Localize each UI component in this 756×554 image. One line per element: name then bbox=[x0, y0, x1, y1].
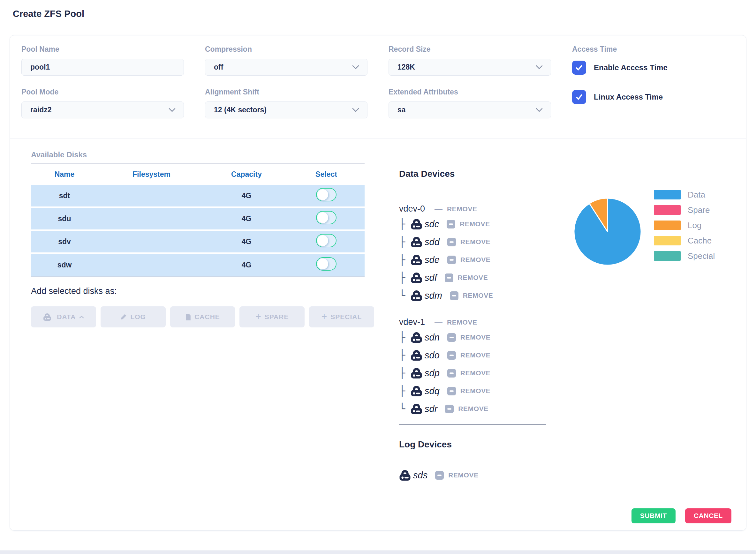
device-row: ├ sdd REMOVE bbox=[399, 234, 559, 250]
chevron-down-icon bbox=[536, 65, 543, 69]
form-col-2: Compression off Alignment Shift 12 (4K s… bbox=[205, 45, 368, 118]
add-as-cache-button[interactable]: CACHE bbox=[170, 307, 235, 327]
chevron-down-icon bbox=[352, 65, 359, 69]
minus-icon bbox=[445, 274, 453, 282]
devices-and-chart: Data Devices vdev-0—REMOVE├ sdc REMOVE├ … bbox=[399, 150, 733, 483]
add-as-spare-button[interactable]: + SPARE bbox=[239, 307, 305, 327]
pool-mode-value: raidz2 bbox=[30, 106, 169, 114]
disk-select-cell bbox=[288, 231, 365, 254]
linux-access-time-checkbox[interactable] bbox=[572, 90, 586, 104]
submit-button[interactable]: SUBMIT bbox=[632, 508, 676, 523]
remove-label: REMOVE bbox=[461, 351, 491, 359]
minus-icon bbox=[450, 291, 458, 300]
alignment-shift-group: Alignment Shift 12 (4K sectors) bbox=[205, 88, 368, 118]
pool-mode-select[interactable]: raidz2 bbox=[21, 102, 184, 118]
device-name: sdd bbox=[425, 237, 440, 247]
available-disks-section: Available Disks Name Filesystem Capacity… bbox=[31, 150, 374, 483]
remove-button[interactable]: REMOVE bbox=[447, 256, 491, 264]
remove-button[interactable]: REMOVE bbox=[447, 387, 491, 395]
minus-icon bbox=[447, 256, 456, 264]
disk-filesystem-cell bbox=[98, 254, 205, 277]
remove-label: REMOVE bbox=[458, 405, 488, 412]
tree-connector: ├ bbox=[399, 273, 411, 283]
linux-access-time-row: Linux Access Time bbox=[572, 90, 735, 104]
chevron-down-icon bbox=[536, 108, 543, 112]
enable-access-time-checkbox[interactable] bbox=[572, 61, 586, 75]
device-row: ├ sdn REMOVE bbox=[399, 330, 559, 345]
caret-up-icon bbox=[79, 316, 84, 319]
file-icon bbox=[185, 313, 191, 321]
add-as-data-button[interactable]: DATA bbox=[31, 307, 96, 327]
remove-button[interactable]: REMOVE bbox=[450, 291, 493, 300]
vdev-group: vdev-0—REMOVE├ sdc REMOVE├ sdd REMOVE├ s… bbox=[399, 204, 559, 303]
device-row: └ sdr REMOVE bbox=[399, 401, 559, 417]
record-size-value: 128K bbox=[397, 63, 536, 71]
legend-swatch bbox=[654, 236, 681, 245]
remove-button[interactable]: REMOVE bbox=[445, 274, 488, 282]
drive-icon bbox=[43, 313, 51, 321]
table-row: sdv4G bbox=[31, 231, 365, 254]
remove-button[interactable]: REMOVE bbox=[447, 369, 491, 378]
pool-options-form: Pool Name Pool Mode raidz2 Compression o… bbox=[10, 36, 746, 118]
remove-button[interactable]: REMOVE bbox=[447, 351, 491, 359]
compression-group: Compression off bbox=[205, 45, 368, 76]
table-row: sdu4G bbox=[31, 208, 365, 231]
disk-select-cell bbox=[288, 208, 365, 231]
remove-button[interactable]: REMOVE bbox=[447, 220, 490, 228]
device-pie-chart bbox=[564, 188, 651, 275]
chevron-down-icon bbox=[169, 108, 176, 112]
page-title: Create ZFS Pool bbox=[13, 9, 84, 19]
add-as-special-button[interactable]: + SPECIAL bbox=[309, 307, 374, 327]
available-disks-body: sdt4Gsdu4Gsdv4Gsdw4G bbox=[31, 185, 365, 277]
disk-capacity-cell: 4G bbox=[205, 254, 288, 277]
remove-button[interactable]: REMOVE bbox=[435, 471, 479, 480]
plus-icon: + bbox=[322, 312, 328, 321]
alignment-shift-label: Alignment Shift bbox=[205, 88, 368, 96]
remove-button[interactable]: REMOVE bbox=[447, 238, 491, 246]
device-name: sdm bbox=[425, 290, 442, 301]
disk-name-cell: sdu bbox=[31, 208, 98, 231]
pool-name-label: Pool Name bbox=[21, 45, 184, 54]
tree-connector: ├ bbox=[399, 237, 411, 247]
tree-connector: ├ bbox=[399, 350, 411, 360]
remove-label: REMOVE bbox=[461, 387, 491, 395]
toggle-knob bbox=[317, 212, 328, 223]
disk-select-toggle[interactable] bbox=[316, 234, 336, 247]
legend-swatch bbox=[654, 190, 681, 200]
minus-icon bbox=[447, 238, 456, 246]
add-as-log-button[interactable]: LOG bbox=[101, 307, 166, 327]
drive-icon bbox=[411, 386, 422, 397]
alignment-shift-select[interactable]: 12 (4K sectors) bbox=[205, 102, 368, 118]
extended-attributes-group: Extended Attributes sa bbox=[388, 88, 551, 118]
alignment-shift-value: 12 (4K sectors) bbox=[214, 106, 352, 114]
disk-capacity-cell: 4G bbox=[205, 231, 288, 254]
chevron-down-icon bbox=[352, 108, 359, 112]
device-row: └ sdm REMOVE bbox=[399, 288, 559, 303]
record-size-select[interactable]: 128K bbox=[388, 59, 551, 76]
disk-select-toggle[interactable] bbox=[316, 211, 336, 224]
drive-icon bbox=[411, 332, 422, 343]
device-name: sdq bbox=[425, 386, 440, 396]
remove-button[interactable]: REMOVE bbox=[447, 333, 491, 342]
device-name: sdp bbox=[425, 368, 440, 379]
remove-button[interactable]: REMOVE bbox=[447, 205, 477, 213]
remove-button[interactable]: REMOVE bbox=[445, 405, 488, 413]
minus-icon bbox=[447, 387, 456, 395]
drive-icon bbox=[411, 219, 422, 230]
compression-select[interactable]: off bbox=[205, 59, 368, 76]
legend-swatch bbox=[654, 251, 681, 261]
devices-divider bbox=[399, 424, 546, 425]
remove-label: REMOVE bbox=[461, 333, 491, 341]
disk-select-toggle[interactable] bbox=[316, 188, 336, 201]
cancel-button[interactable]: CANCEL bbox=[685, 508, 732, 523]
drive-icon bbox=[411, 236, 422, 247]
drive-icon bbox=[399, 470, 411, 481]
record-size-label: Record Size bbox=[388, 45, 551, 54]
disk-select-toggle[interactable] bbox=[316, 257, 336, 271]
pool-name-input[interactable] bbox=[30, 63, 176, 71]
extended-attributes-select[interactable]: sa bbox=[388, 102, 551, 118]
device-row: ├ sdq REMOVE bbox=[399, 383, 559, 399]
remove-button[interactable]: REMOVE bbox=[447, 319, 477, 326]
remove-label: REMOVE bbox=[447, 319, 477, 326]
vdev-group: vdev-1—REMOVE├ sdn REMOVE├ sdo REMOVE├ s… bbox=[399, 317, 559, 417]
